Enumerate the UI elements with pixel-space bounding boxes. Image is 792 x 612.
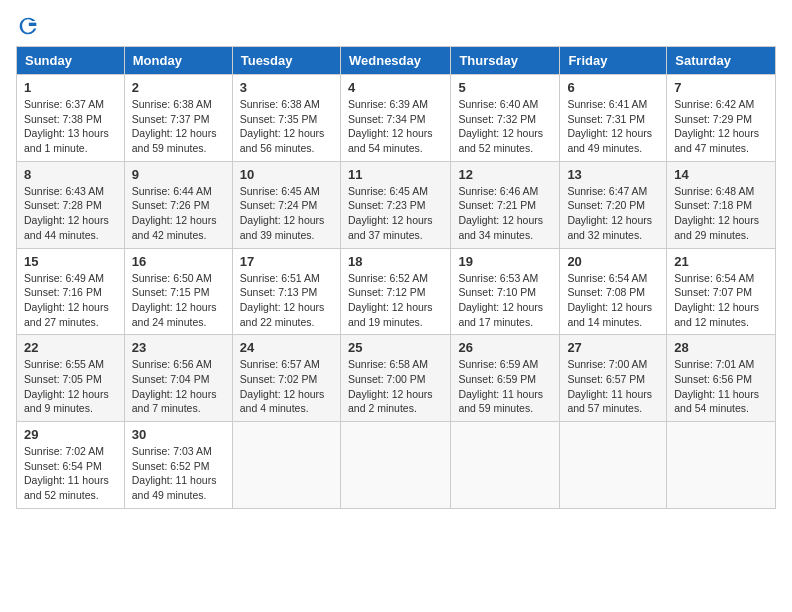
day-detail: Sunrise: 6:40 AMSunset: 7:32 PMDaylight:… bbox=[458, 97, 552, 156]
day-number: 4 bbox=[348, 80, 443, 95]
day-detail: Sunrise: 6:38 AMSunset: 7:35 PMDaylight:… bbox=[240, 97, 333, 156]
calendar-cell: 11Sunrise: 6:45 AMSunset: 7:23 PMDayligh… bbox=[340, 161, 450, 248]
calendar-cell: 21Sunrise: 6:54 AMSunset: 7:07 PMDayligh… bbox=[667, 248, 776, 335]
col-header-tuesday: Tuesday bbox=[232, 47, 340, 75]
day-detail: Sunrise: 6:50 AMSunset: 7:15 PMDaylight:… bbox=[132, 271, 225, 330]
day-number: 23 bbox=[132, 340, 225, 355]
day-number: 5 bbox=[458, 80, 552, 95]
day-number: 11 bbox=[348, 167, 443, 182]
calendar-cell: 10Sunrise: 6:45 AMSunset: 7:24 PMDayligh… bbox=[232, 161, 340, 248]
calendar-cell bbox=[232, 422, 340, 509]
calendar-cell: 19Sunrise: 6:53 AMSunset: 7:10 PMDayligh… bbox=[451, 248, 560, 335]
day-detail: Sunrise: 6:45 AMSunset: 7:23 PMDaylight:… bbox=[348, 184, 443, 243]
day-detail: Sunrise: 6:46 AMSunset: 7:21 PMDaylight:… bbox=[458, 184, 552, 243]
day-number: 25 bbox=[348, 340, 443, 355]
day-detail: Sunrise: 6:54 AMSunset: 7:07 PMDaylight:… bbox=[674, 271, 768, 330]
day-detail: Sunrise: 6:52 AMSunset: 7:12 PMDaylight:… bbox=[348, 271, 443, 330]
day-number: 8 bbox=[24, 167, 117, 182]
calendar-cell: 4Sunrise: 6:39 AMSunset: 7:34 PMDaylight… bbox=[340, 75, 450, 162]
calendar-cell: 29Sunrise: 7:02 AMSunset: 6:54 PMDayligh… bbox=[17, 422, 125, 509]
day-number: 7 bbox=[674, 80, 768, 95]
col-header-wednesday: Wednesday bbox=[340, 47, 450, 75]
calendar-week-row: 1Sunrise: 6:37 AMSunset: 7:38 PMDaylight… bbox=[17, 75, 776, 162]
day-detail: Sunrise: 6:48 AMSunset: 7:18 PMDaylight:… bbox=[674, 184, 768, 243]
day-number: 12 bbox=[458, 167, 552, 182]
day-detail: Sunrise: 6:57 AMSunset: 7:02 PMDaylight:… bbox=[240, 357, 333, 416]
day-number: 9 bbox=[132, 167, 225, 182]
calendar-cell: 22Sunrise: 6:55 AMSunset: 7:05 PMDayligh… bbox=[17, 335, 125, 422]
calendar-cell: 17Sunrise: 6:51 AMSunset: 7:13 PMDayligh… bbox=[232, 248, 340, 335]
day-detail: Sunrise: 6:47 AMSunset: 7:20 PMDaylight:… bbox=[567, 184, 659, 243]
day-detail: Sunrise: 6:42 AMSunset: 7:29 PMDaylight:… bbox=[674, 97, 768, 156]
day-number: 20 bbox=[567, 254, 659, 269]
calendar-cell: 6Sunrise: 6:41 AMSunset: 7:31 PMDaylight… bbox=[560, 75, 667, 162]
calendar-cell: 9Sunrise: 6:44 AMSunset: 7:26 PMDaylight… bbox=[124, 161, 232, 248]
day-number: 1 bbox=[24, 80, 117, 95]
col-header-friday: Friday bbox=[560, 47, 667, 75]
day-number: 13 bbox=[567, 167, 659, 182]
calendar-cell: 13Sunrise: 6:47 AMSunset: 7:20 PMDayligh… bbox=[560, 161, 667, 248]
day-detail: Sunrise: 6:39 AMSunset: 7:34 PMDaylight:… bbox=[348, 97, 443, 156]
day-detail: Sunrise: 7:02 AMSunset: 6:54 PMDaylight:… bbox=[24, 444, 117, 503]
day-number: 15 bbox=[24, 254, 117, 269]
calendar-cell: 27Sunrise: 7:00 AMSunset: 6:57 PMDayligh… bbox=[560, 335, 667, 422]
day-number: 24 bbox=[240, 340, 333, 355]
day-number: 14 bbox=[674, 167, 768, 182]
calendar-week-row: 8Sunrise: 6:43 AMSunset: 7:28 PMDaylight… bbox=[17, 161, 776, 248]
day-number: 10 bbox=[240, 167, 333, 182]
day-detail: Sunrise: 6:43 AMSunset: 7:28 PMDaylight:… bbox=[24, 184, 117, 243]
day-number: 22 bbox=[24, 340, 117, 355]
day-detail: Sunrise: 6:49 AMSunset: 7:16 PMDaylight:… bbox=[24, 271, 117, 330]
col-header-thursday: Thursday bbox=[451, 47, 560, 75]
day-detail: Sunrise: 6:56 AMSunset: 7:04 PMDaylight:… bbox=[132, 357, 225, 416]
day-detail: Sunrise: 6:45 AMSunset: 7:24 PMDaylight:… bbox=[240, 184, 333, 243]
calendar-table: SundayMondayTuesdayWednesdayThursdayFrid… bbox=[16, 46, 776, 509]
day-detail: Sunrise: 6:44 AMSunset: 7:26 PMDaylight:… bbox=[132, 184, 225, 243]
day-number: 28 bbox=[674, 340, 768, 355]
day-number: 29 bbox=[24, 427, 117, 442]
day-detail: Sunrise: 6:55 AMSunset: 7:05 PMDaylight:… bbox=[24, 357, 117, 416]
day-number: 21 bbox=[674, 254, 768, 269]
day-number: 30 bbox=[132, 427, 225, 442]
calendar-cell: 24Sunrise: 6:57 AMSunset: 7:02 PMDayligh… bbox=[232, 335, 340, 422]
day-detail: Sunrise: 6:59 AMSunset: 6:59 PMDaylight:… bbox=[458, 357, 552, 416]
calendar-cell: 23Sunrise: 6:56 AMSunset: 7:04 PMDayligh… bbox=[124, 335, 232, 422]
day-detail: Sunrise: 7:03 AMSunset: 6:52 PMDaylight:… bbox=[132, 444, 225, 503]
day-detail: Sunrise: 6:54 AMSunset: 7:08 PMDaylight:… bbox=[567, 271, 659, 330]
day-detail: Sunrise: 6:53 AMSunset: 7:10 PMDaylight:… bbox=[458, 271, 552, 330]
calendar-week-row: 22Sunrise: 6:55 AMSunset: 7:05 PMDayligh… bbox=[17, 335, 776, 422]
day-detail: Sunrise: 6:37 AMSunset: 7:38 PMDaylight:… bbox=[24, 97, 117, 156]
calendar-cell bbox=[667, 422, 776, 509]
calendar-cell: 15Sunrise: 6:49 AMSunset: 7:16 PMDayligh… bbox=[17, 248, 125, 335]
calendar-cell: 25Sunrise: 6:58 AMSunset: 7:00 PMDayligh… bbox=[340, 335, 450, 422]
calendar-cell: 3Sunrise: 6:38 AMSunset: 7:35 PMDaylight… bbox=[232, 75, 340, 162]
day-detail: Sunrise: 7:00 AMSunset: 6:57 PMDaylight:… bbox=[567, 357, 659, 416]
day-number: 16 bbox=[132, 254, 225, 269]
logo bbox=[16, 16, 39, 36]
day-number: 2 bbox=[132, 80, 225, 95]
calendar-cell: 30Sunrise: 7:03 AMSunset: 6:52 PMDayligh… bbox=[124, 422, 232, 509]
logo-icon bbox=[18, 16, 38, 36]
col-header-sunday: Sunday bbox=[17, 47, 125, 75]
calendar-cell bbox=[451, 422, 560, 509]
calendar-cell bbox=[340, 422, 450, 509]
calendar-week-row: 15Sunrise: 6:49 AMSunset: 7:16 PMDayligh… bbox=[17, 248, 776, 335]
day-number: 3 bbox=[240, 80, 333, 95]
calendar-cell: 7Sunrise: 6:42 AMSunset: 7:29 PMDaylight… bbox=[667, 75, 776, 162]
day-detail: Sunrise: 7:01 AMSunset: 6:56 PMDaylight:… bbox=[674, 357, 768, 416]
calendar-week-row: 29Sunrise: 7:02 AMSunset: 6:54 PMDayligh… bbox=[17, 422, 776, 509]
calendar-cell: 5Sunrise: 6:40 AMSunset: 7:32 PMDaylight… bbox=[451, 75, 560, 162]
calendar-cell: 12Sunrise: 6:46 AMSunset: 7:21 PMDayligh… bbox=[451, 161, 560, 248]
calendar-cell: 14Sunrise: 6:48 AMSunset: 7:18 PMDayligh… bbox=[667, 161, 776, 248]
page-header bbox=[16, 16, 776, 36]
day-number: 18 bbox=[348, 254, 443, 269]
calendar-header-row: SundayMondayTuesdayWednesdayThursdayFrid… bbox=[17, 47, 776, 75]
calendar-cell: 16Sunrise: 6:50 AMSunset: 7:15 PMDayligh… bbox=[124, 248, 232, 335]
day-detail: Sunrise: 6:38 AMSunset: 7:37 PMDaylight:… bbox=[132, 97, 225, 156]
day-number: 26 bbox=[458, 340, 552, 355]
col-header-saturday: Saturday bbox=[667, 47, 776, 75]
day-detail: Sunrise: 6:51 AMSunset: 7:13 PMDaylight:… bbox=[240, 271, 333, 330]
calendar-cell: 8Sunrise: 6:43 AMSunset: 7:28 PMDaylight… bbox=[17, 161, 125, 248]
calendar-cell: 26Sunrise: 6:59 AMSunset: 6:59 PMDayligh… bbox=[451, 335, 560, 422]
calendar-cell bbox=[560, 422, 667, 509]
